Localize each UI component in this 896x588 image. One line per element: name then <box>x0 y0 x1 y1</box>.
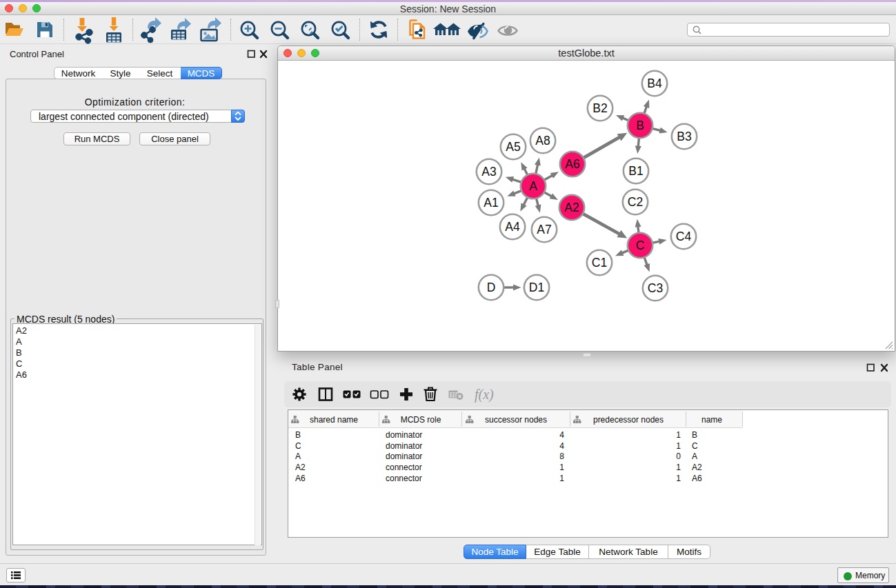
svg-text:A: A <box>529 179 537 193</box>
svg-text:D: D <box>487 281 496 294</box>
svg-text:A6: A6 <box>295 474 306 483</box>
svg-text:A2: A2 <box>295 463 306 472</box>
svg-text:A: A <box>692 452 697 461</box>
svg-text:B: B <box>636 119 644 132</box>
svg-text:4: 4 <box>559 441 564 451</box>
svg-text:f(x): f(x) <box>475 387 494 403</box>
svg-text:0: 0 <box>676 452 681 461</box>
svg-text:predecessor nodes: predecessor nodes <box>593 415 664 425</box>
svg-text:8: 8 <box>559 452 564 461</box>
svg-text:1: 1 <box>559 463 564 472</box>
svg-text:connector: connector <box>386 474 422 483</box>
svg-text:dominator: dominator <box>386 430 422 440</box>
svg-text:1: 1 <box>676 463 681 472</box>
svg-text:B4: B4 <box>647 77 662 90</box>
svg-text:B: B <box>692 430 697 440</box>
svg-text:A6: A6 <box>692 474 702 483</box>
svg-text:A5: A5 <box>506 140 520 154</box>
svg-text:shared name: shared name <box>310 415 358 425</box>
svg-text:C1: C1 <box>592 256 607 270</box>
svg-text:A2: A2 <box>564 201 579 214</box>
svg-text:C: C <box>295 441 301 451</box>
svg-text:B: B <box>295 430 301 440</box>
svg-text:MCDS role: MCDS role <box>401 415 441 425</box>
svg-text:B2: B2 <box>593 101 607 115</box>
svg-text:C4: C4 <box>676 230 692 243</box>
svg-text:B1: B1 <box>628 164 643 178</box>
svg-text:name: name <box>701 415 722 425</box>
svg-text:C3: C3 <box>648 281 663 295</box>
svg-text:1: 1 <box>676 430 681 440</box>
svg-text:A2: A2 <box>692 463 702 472</box>
svg-text:A8: A8 <box>535 134 550 148</box>
svg-text:successor nodes: successor nodes <box>485 415 547 425</box>
svg-text:A6: A6 <box>565 157 579 171</box>
svg-text:connector: connector <box>386 463 422 472</box>
svg-text:A: A <box>295 452 301 461</box>
svg-text:1: 1 <box>676 474 681 483</box>
svg-text:A7: A7 <box>537 223 551 236</box>
svg-text:4: 4 <box>559 430 564 440</box>
svg-text:1: 1 <box>676 441 681 451</box>
svg-text:C: C <box>636 239 645 252</box>
svg-text:A3: A3 <box>481 165 496 179</box>
svg-text:dominator: dominator <box>386 452 422 461</box>
svg-text:1: 1 <box>559 474 564 483</box>
svg-text:dominator: dominator <box>386 441 422 451</box>
svg-text:C: C <box>692 441 698 451</box>
svg-text:C2: C2 <box>628 195 643 209</box>
svg-text:D1: D1 <box>529 281 544 294</box>
svg-text:A1: A1 <box>484 196 498 210</box>
svg-text:A4: A4 <box>505 220 520 234</box>
svg-text:B3: B3 <box>677 130 691 143</box>
